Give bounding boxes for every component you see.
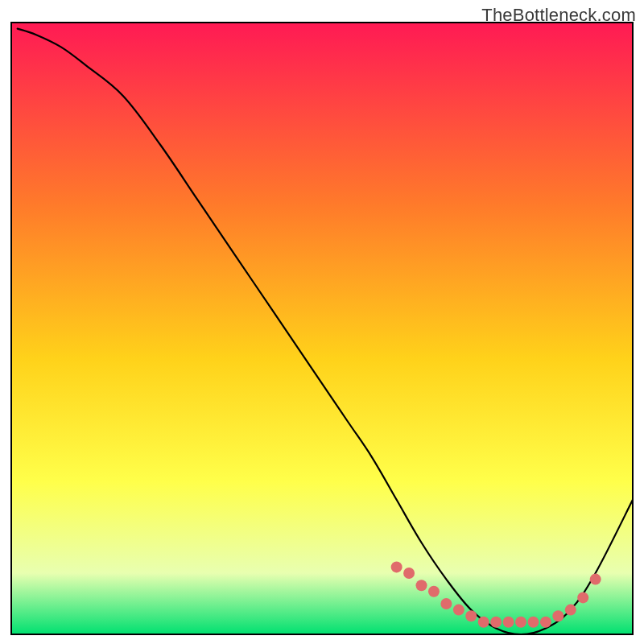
gradient-background [11, 23, 633, 634]
marker-dot [416, 580, 427, 591]
marker-dot [440, 598, 452, 609]
marker-dot [565, 605, 576, 616]
marker-dot [577, 592, 588, 603]
marker-dot [391, 561, 402, 572]
marker-dot [478, 617, 489, 628]
marker-dot [515, 617, 526, 628]
marker-dot [590, 574, 601, 585]
marker-dot [403, 568, 415, 579]
bottleneck-chart [0, 0, 644, 644]
marker-dot [428, 586, 440, 597]
marker-dot [503, 617, 514, 628]
marker-dot [490, 617, 502, 628]
marker-dot [540, 617, 551, 628]
chart-stage: TheBottleneck.com [0, 0, 644, 644]
marker-dot [527, 617, 539, 628]
marker-dot [453, 605, 464, 616]
watermark-text: TheBottleneck.com [481, 5, 636, 26]
marker-dot [465, 610, 477, 621]
marker-dot [552, 610, 564, 621]
